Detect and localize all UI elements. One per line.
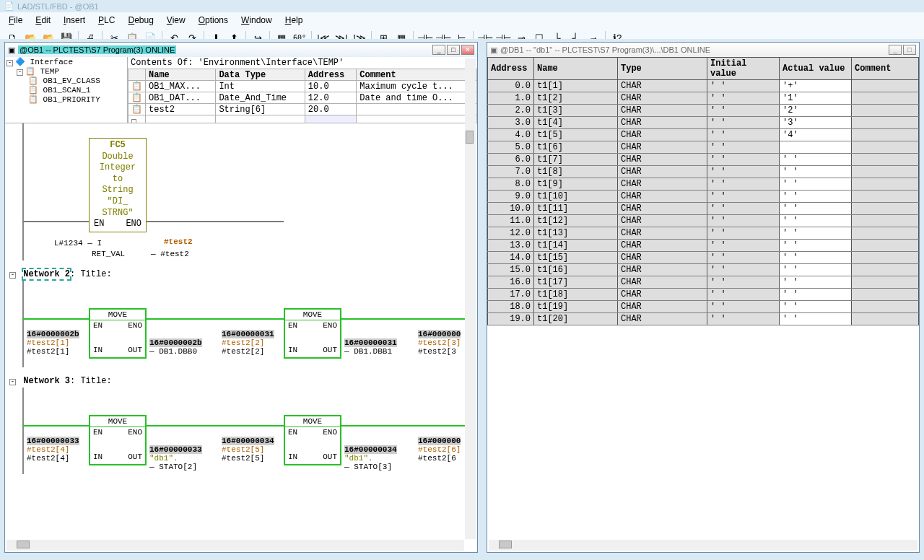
interface-panel: -🔷 Interface -📋 TEMP 📋 OB1_EV_CLASS 📋 OB… [5,57,477,123]
fc-in-label: L#1234 — I [54,239,102,248]
network-3-title[interactable]: - Network 3: Title: [5,375,477,388]
db-row[interactable]: 19.0t1[20]CHAR' '' ' [488,313,919,325]
db-row[interactable]: 5.0t1[6]CHAR' ' [488,141,919,154]
move2-in: 16#00000034 #test2[5] #test2[5] [222,437,274,463]
app-icon: 📄 [4,1,14,11]
close-button[interactable]: ✕ [461,45,474,55]
h-scrollbar[interactable] [6,540,464,551]
menu-view[interactable]: View [161,14,191,27]
move1-in: 16#0000002b #test2[1] #test2[1] [27,330,79,356]
fc-retval: RET_VAL [92,250,125,258]
contents-label: Contents Of: 'Environment\Interface\TEMP… [128,57,477,69]
app-title-bar: 📄 LAD/STL/FBD - @OB1 [0,0,924,12]
tree-temp: -📋 TEMP [5,66,127,76]
app-title: LAD/STL/FBD - @OB1 [17,2,99,11]
db-row[interactable]: 12.0t1[13]CHAR' '' ' [488,227,919,240]
tree-var: 📋 OB1_EV_CLASS [5,76,127,85]
maximize-button[interactable]: □ [903,45,916,55]
ob1-title-bar[interactable]: ▣ @OB1 -- PLCTEST\S7 Program(3) ONLINE _… [5,43,477,57]
minimize-button[interactable]: _ [432,45,445,55]
workspace: ▣ @OB1 -- PLCTEST\S7 Program(3) ONLINE _… [0,39,924,560]
db-row[interactable]: 0.0t1[1]CHAR' ''+' [488,80,919,92]
tree-interface: -🔷 Interface [5,57,127,66]
tree-var: 📋 OB1_SCAN_1 [5,85,127,95]
minimize-button[interactable]: _ [889,45,902,55]
db1-title: @DB1 -- "db1" -- PLCTEST\S7 Program(3)\.… [500,45,710,54]
db-row[interactable]: 16.0t1[17]CHAR' '' ' [488,276,919,289]
v-scrollbar[interactable] [465,58,476,539]
tree-var: 📋 OB1_PRIORITY [5,95,127,104]
db1-title-bar[interactable]: ▣ @DB1 -- "db1" -- PLCTEST\S7 Program(3)… [487,43,919,57]
menu-debug[interactable]: Debug [122,14,159,27]
db-table[interactable]: Address Name Type Initial value Actual v… [487,57,919,325]
db-row[interactable]: 8.0t1[9]CHAR' '' ' [488,178,919,191]
db-row[interactable]: 13.0t1[14]CHAR' '' ' [488,240,919,252]
window-icon: ▣ [490,45,497,55]
fc-out-label: — #test2 [151,250,189,258]
move-block[interactable]: MOVE ENENO INOUT [89,415,147,465]
move2-in: 16#00000031 #test2[2] #test2[2] [222,330,274,356]
fc5-block[interactable]: FC5 Double Integer to String "DI_ STRNG"… [89,138,147,232]
move1-out: 16#00000033 "db1". — STATO[2] [149,445,202,471]
move1-in: 16#00000033 #test2[4] #test2[4] [27,437,79,463]
db-row[interactable]: 14.0t1[15]CHAR' '' ' [488,252,919,264]
menu-plc[interactable]: PLC [92,14,121,27]
menu-window[interactable]: Window [235,14,278,27]
db-row[interactable]: 17.0t1[18]CHAR' '' ' [488,289,919,301]
move-block[interactable]: MOVE ENENO INOUT [284,308,341,359]
db-row[interactable]: 4.0t1[5]CHAR' ''4' [488,129,919,141]
var-table[interactable]: Name Data Type Address Comment 📋OB1_MAX.… [128,69,477,123]
db-row[interactable]: 18.0t1[19]CHAR' '' ' [488,301,919,313]
menu-bar: File Edit Insert PLC Debug View Options … [0,12,924,28]
menu-file[interactable]: File [3,14,28,27]
interface-tree[interactable]: -🔷 Interface -📋 TEMP 📋 OB1_EV_CLASS 📋 OB… [5,57,128,123]
db-row[interactable]: 2.0t1[3]CHAR' ''2' [488,105,919,117]
h-scrollbar[interactable] [489,540,918,551]
move1-out: 16#0000002b — DB1.DBB0 [149,338,202,356]
move-block[interactable]: MOVE ENENO INOUT [89,308,147,359]
fc-out-sym: #test2 [164,237,193,246]
move2-out: 16#00000034 "db1". — STATO[3] [344,445,397,471]
move3-in: 16#000000 #test2[6] #test2[6 [418,437,461,463]
var-row[interactable]: 📋test2String[6]20.0 [128,104,477,115]
ob1-title: @OB1 -- PLCTEST\S7 Program(3) ONLINE [18,45,176,54]
menu-options[interactable]: Options [193,14,234,27]
db-row[interactable]: 3.0t1[4]CHAR' ''3' [488,117,919,129]
move3-in: 16#000000 #test2[3] #test2[3 [418,330,461,356]
db-row[interactable]: 7.0t1[8]CHAR' '' ' [488,166,919,178]
network-2-title[interactable]: - Network 2: Title: [5,268,477,281]
window-icon: ▣ [8,45,15,55]
ob1-window: ▣ @OB1 -- PLCTEST\S7 Program(3) ONLINE _… [4,42,478,553]
var-row[interactable]: 📋OB1_MAX...Int10.0Maximum cycle t... [128,81,477,92]
db1-window: ▣ @DB1 -- "db1" -- PLCTEST\S7 Program(3)… [487,42,920,553]
move-block[interactable]: MOVE ENENO INOUT [284,415,341,465]
menu-help[interactable]: Help [279,14,309,27]
menu-edit[interactable]: Edit [30,14,56,27]
db-row[interactable]: 11.0t1[12]CHAR' '' ' [488,215,919,227]
db-row[interactable]: 1.0t1[2]CHAR' ''1' [488,92,919,105]
maximize-button[interactable]: □ [447,45,460,55]
move2-out: 16#00000031 — DB1.DBB1 [344,338,397,356]
db-row[interactable]: 10.0t1[11]CHAR' '' ' [488,203,919,215]
db-row[interactable]: 9.0t1[10]CHAR' '' ' [488,191,919,203]
db-row[interactable]: 6.0t1[7]CHAR' '' ' [488,154,919,166]
db-row[interactable]: 15.0t1[16]CHAR' '' ' [488,264,919,276]
ladder-editor[interactable]: FC5 Double Integer to String "DI_ STRNG"… [5,123,477,520]
menu-insert[interactable]: Insert [58,14,91,27]
var-row[interactable]: 📋OB1_DAT...Date_And_Time12.0Date and tim… [128,92,477,104]
